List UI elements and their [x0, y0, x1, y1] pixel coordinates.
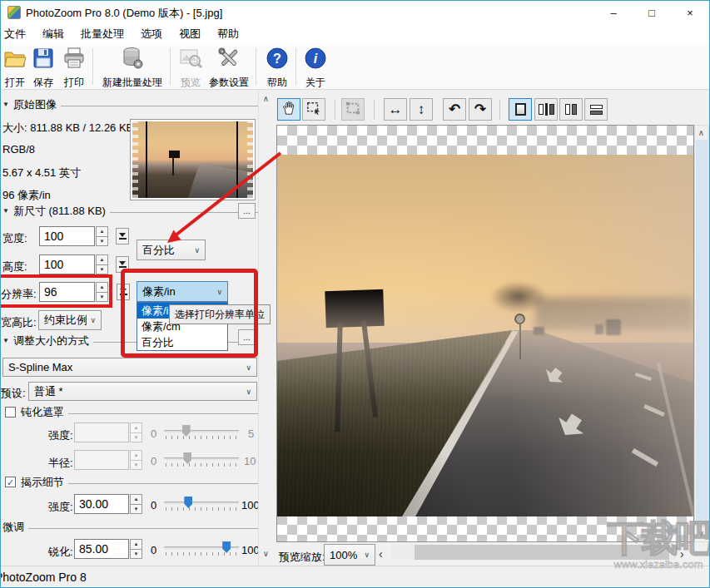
crop-tool-button	[341, 98, 365, 121]
sharpen-label: 锐化:	[48, 545, 73, 560]
unsharp-strength-min: 0	[151, 427, 156, 440]
flip-vertical-icon: ↕	[418, 102, 425, 116]
scroll-down-icon[interactable]: ∨	[694, 529, 708, 538]
toolbar-separator	[499, 100, 500, 120]
marquee-tool-button[interactable]	[302, 98, 325, 121]
toolbar-separator	[335, 100, 335, 120]
menu-file[interactable]: 文件	[1, 24, 34, 44]
sharpen-slider[interactable]	[164, 541, 239, 556]
scroll-up-icon[interactable]: ∧	[694, 128, 708, 137]
vertical-scrollbar-thumb[interactable]	[696, 140, 708, 527]
chevron-down-icon: ∨	[246, 363, 251, 372]
image-viewport[interactable]	[276, 125, 694, 542]
horizontal-scrollbar-thumb[interactable]	[415, 545, 669, 560]
settings-button[interactable]: 参数设置	[206, 46, 252, 87]
unsharp-mask-checkbox[interactable]	[5, 407, 16, 418]
new-batch-button[interactable]: 新建批量处理	[99, 46, 166, 87]
status-text: PhotoZoom Pro 8	[1, 571, 87, 584]
chevron-down-icon: ∨	[364, 551, 370, 559]
preset-dropdown[interactable]: 普通 * ∨	[28, 382, 257, 401]
split-view-button[interactable]	[534, 98, 558, 121]
maximize-button[interactable]: □	[633, 1, 671, 24]
split-view-icon	[539, 103, 554, 116]
navigator-thumbnail[interactable]	[130, 119, 256, 200]
printer-icon	[62, 46, 87, 74]
new-size-more-button[interactable]: ...	[238, 203, 256, 219]
toolbar-separator	[374, 100, 375, 120]
about-info-icon: i	[303, 46, 328, 74]
flip-horizontal-button[interactable]: ↔	[384, 98, 407, 121]
rotate-left-button[interactable]: ↶	[443, 98, 466, 121]
thumbnail-photo	[132, 121, 253, 198]
sharpen-min: 0	[151, 544, 156, 556]
unsharp-strength-slider	[164, 425, 239, 440]
preview-image-icon	[178, 46, 203, 74]
side-by-side-view-button[interactable]	[559, 98, 583, 121]
scroll-right-icon[interactable]: ›	[680, 547, 684, 561]
unsharp-strength-max: 5	[248, 427, 254, 440]
hand-icon	[281, 101, 296, 119]
scroll-left-icon[interactable]: ‹	[379, 547, 383, 561]
menu-edit[interactable]: 编辑	[34, 24, 72, 44]
width-reset-button[interactable]	[116, 228, 129, 245]
algorithm-dropdown[interactable]: S-Spline Max ∨	[2, 358, 257, 377]
flip-vertical-button[interactable]: ↕	[410, 98, 433, 121]
scroll-up-icon[interactable]: ∧	[259, 94, 273, 103]
unsharp-radius-spinner: ▲▼	[130, 450, 142, 470]
rotate-cw-icon: ↷	[474, 102, 486, 116]
hand-tool-button[interactable]	[277, 98, 300, 121]
reveal-strength-slider[interactable]	[164, 497, 239, 511]
crop-icon	[345, 101, 360, 119]
menu-help[interactable]: 帮助	[209, 24, 247, 44]
sharpen-input[interactable]	[74, 539, 129, 559]
height-spinner[interactable]: ▲▼	[96, 254, 108, 274]
toolbar-separator	[92, 48, 93, 85]
help-question-icon: ?	[265, 46, 290, 74]
reveal-strength-input[interactable]	[74, 494, 129, 514]
preview-zoom-dropdown[interactable]: 100% ∨	[324, 544, 375, 566]
aspect-ratio-dropdown[interactable]: 约束比例 ∨	[38, 310, 102, 330]
unsharp-strength-label: 强度:	[48, 428, 73, 443]
reveal-strength-min: 0	[151, 499, 156, 511]
minimize-button[interactable]: –	[594, 1, 633, 24]
stacked-view-button[interactable]	[584, 98, 608, 121]
rotate-right-button[interactable]: ↷	[469, 98, 492, 121]
about-button[interactable]: i 关于	[299, 46, 332, 87]
print-button[interactable]: 打印	[59, 46, 89, 87]
preview-photo	[277, 155, 693, 516]
menu-batch[interactable]: 批量处理	[72, 24, 132, 44]
viewport-right-edge	[236, 121, 238, 198]
original-mode-label: RGB/8	[2, 143, 35, 156]
selection-icon	[306, 101, 321, 119]
reveal-detail-checkbox[interactable]: ✓	[5, 477, 16, 487]
width-spinner[interactable]: ▲▼	[96, 226, 108, 246]
tools-icon	[216, 46, 241, 74]
scroll-down-icon[interactable]: ∨	[259, 549, 273, 558]
single-view-button[interactable]	[509, 98, 532, 121]
close-button[interactable]: ×	[671, 1, 709, 24]
unsharp-radius-slider	[164, 452, 239, 467]
unsharp-strength-spinner: ▲▼	[130, 422, 142, 442]
save-button[interactable]: 保存	[29, 46, 57, 87]
panel-scrollbar[interactable]: ∧ ∨	[258, 90, 272, 566]
annotation-rect-unit-dropdown	[121, 269, 258, 358]
svg-text:?: ?	[273, 52, 281, 66]
width-input[interactable]	[39, 226, 95, 246]
menu-view[interactable]: 视图	[171, 24, 209, 44]
menu-options[interactable]: 选项	[132, 24, 171, 44]
width-label: 宽度:	[2, 231, 27, 246]
height-input[interactable]	[39, 254, 95, 274]
reveal-strength-spinner[interactable]: ▲▼	[130, 494, 142, 514]
size-unit-dropdown[interactable]: 百分比 ∨	[137, 240, 206, 260]
help-button[interactable]: ? 帮助	[261, 46, 294, 87]
rotate-ccw-icon: ↶	[449, 102, 460, 116]
side-by-side-icon	[565, 104, 577, 115]
chevron-down-icon: ∨	[90, 316, 96, 324]
annotation-rect-resolution	[0, 274, 112, 308]
open-folder-icon	[2, 46, 27, 74]
menu-bar: 文件 编辑 批量处理 选项 视图 帮助	[1, 24, 710, 44]
preview-button: 预览	[174, 46, 207, 87]
open-button[interactable]: 打开	[1, 46, 29, 87]
sharpen-spinner[interactable]: ▲▼	[130, 539, 142, 559]
original-size-label: 大小: 811.88 KB / 12.26 KB	[2, 121, 133, 136]
